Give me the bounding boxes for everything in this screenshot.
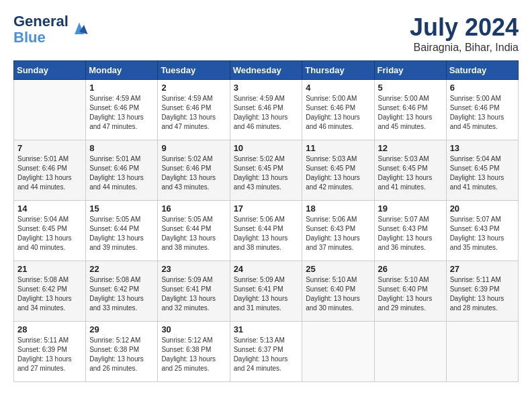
day-info: Sunrise: 5:00 AM Sunset: 6:46 PM Dayligh… bbox=[450, 94, 515, 132]
day-number: 6 bbox=[450, 83, 515, 93]
calendar-day-cell: 23Sunrise: 5:09 AM Sunset: 6:41 PM Dayli… bbox=[158, 261, 230, 322]
location-title: Bairagnia, Bihar, India bbox=[410, 42, 519, 54]
page-header: GeneralBlue July 2024 Bairagnia, Bihar, … bbox=[13, 13, 519, 54]
weekday-header-cell: Saturday bbox=[446, 61, 518, 80]
calendar-day-cell: 1Sunrise: 4:59 AM Sunset: 6:46 PM Daylig… bbox=[86, 80, 158, 140]
calendar-day-cell: 7Sunrise: 5:01 AM Sunset: 6:46 PM Daylig… bbox=[14, 140, 86, 201]
calendar-day-cell: 16Sunrise: 5:05 AM Sunset: 6:44 PM Dayli… bbox=[158, 201, 230, 261]
day-number: 13 bbox=[450, 143, 515, 153]
day-number: 21 bbox=[17, 264, 82, 274]
day-number: 24 bbox=[234, 264, 299, 274]
day-number: 8 bbox=[89, 143, 154, 153]
day-info: Sunrise: 5:07 AM Sunset: 6:43 PM Dayligh… bbox=[378, 215, 443, 253]
day-info: Sunrise: 4:59 AM Sunset: 6:46 PM Dayligh… bbox=[89, 94, 154, 132]
day-info: Sunrise: 5:06 AM Sunset: 6:43 PM Dayligh… bbox=[306, 215, 370, 253]
weekday-header-cell: Friday bbox=[374, 61, 446, 80]
calendar-day-cell: 12Sunrise: 5:03 AM Sunset: 6:45 PM Dayli… bbox=[374, 140, 446, 201]
calendar-day-cell: 11Sunrise: 5:03 AM Sunset: 6:45 PM Dayli… bbox=[302, 140, 374, 201]
calendar-day-cell: 4Sunrise: 5:00 AM Sunset: 6:46 PM Daylig… bbox=[302, 80, 374, 140]
day-number: 28 bbox=[17, 324, 82, 334]
calendar-day-cell bbox=[14, 80, 86, 140]
calendar-week-row: 28Sunrise: 5:11 AM Sunset: 6:39 PM Dayli… bbox=[14, 322, 519, 382]
day-number: 20 bbox=[450, 203, 515, 214]
calendar-day-cell: 19Sunrise: 5:07 AM Sunset: 6:43 PM Dayli… bbox=[374, 201, 446, 261]
calendar-day-cell: 21Sunrise: 5:08 AM Sunset: 6:42 PM Dayli… bbox=[14, 261, 86, 322]
calendar-day-cell: 31Sunrise: 5:13 AM Sunset: 6:37 PM Dayli… bbox=[230, 322, 302, 382]
day-info: Sunrise: 5:08 AM Sunset: 6:42 PM Dayligh… bbox=[17, 275, 82, 313]
day-number: 23 bbox=[161, 264, 226, 274]
day-info: Sunrise: 5:05 AM Sunset: 6:44 PM Dayligh… bbox=[161, 215, 226, 253]
day-number: 2 bbox=[161, 83, 226, 93]
day-info: Sunrise: 5:10 AM Sunset: 6:40 PM Dayligh… bbox=[378, 275, 443, 313]
calendar-day-cell bbox=[446, 322, 518, 382]
calendar-day-cell: 27Sunrise: 5:11 AM Sunset: 6:39 PM Dayli… bbox=[446, 261, 518, 322]
day-info: Sunrise: 5:00 AM Sunset: 6:46 PM Dayligh… bbox=[378, 94, 443, 132]
day-number: 16 bbox=[161, 203, 226, 214]
calendar-day-cell: 15Sunrise: 5:05 AM Sunset: 6:44 PM Dayli… bbox=[86, 201, 158, 261]
day-number: 11 bbox=[306, 143, 370, 153]
calendar-day-cell: 14Sunrise: 5:04 AM Sunset: 6:45 PM Dayli… bbox=[14, 201, 86, 261]
day-number: 31 bbox=[234, 324, 299, 334]
weekday-header-cell: Wednesday bbox=[230, 61, 302, 80]
day-info: Sunrise: 5:07 AM Sunset: 6:43 PM Dayligh… bbox=[450, 215, 515, 253]
day-number: 14 bbox=[17, 203, 82, 214]
logo-text: GeneralBlue bbox=[13, 13, 69, 46]
calendar-day-cell: 26Sunrise: 5:10 AM Sunset: 6:40 PM Dayli… bbox=[374, 261, 446, 322]
weekday-header-cell: Monday bbox=[86, 61, 158, 80]
calendar-week-row: 7Sunrise: 5:01 AM Sunset: 6:46 PM Daylig… bbox=[14, 140, 519, 201]
day-number: 5 bbox=[378, 83, 443, 93]
calendar-day-cell: 9Sunrise: 5:02 AM Sunset: 6:46 PM Daylig… bbox=[158, 140, 230, 201]
logo-icon bbox=[70, 20, 89, 39]
day-info: Sunrise: 5:12 AM Sunset: 6:38 PM Dayligh… bbox=[161, 336, 226, 373]
calendar-body: 1Sunrise: 4:59 AM Sunset: 6:46 PM Daylig… bbox=[14, 80, 519, 382]
calendar-day-cell: 29Sunrise: 5:12 AM Sunset: 6:38 PM Dayli… bbox=[86, 322, 158, 382]
day-info: Sunrise: 5:02 AM Sunset: 6:46 PM Dayligh… bbox=[161, 154, 226, 192]
day-info: Sunrise: 5:04 AM Sunset: 6:45 PM Dayligh… bbox=[450, 154, 515, 192]
weekday-header-row: SundayMondayTuesdayWednesdayThursdayFrid… bbox=[14, 61, 519, 80]
day-info: Sunrise: 5:11 AM Sunset: 6:39 PM Dayligh… bbox=[17, 336, 82, 373]
calendar-day-cell: 18Sunrise: 5:06 AM Sunset: 6:43 PM Dayli… bbox=[302, 201, 374, 261]
day-number: 25 bbox=[306, 264, 370, 274]
day-info: Sunrise: 5:01 AM Sunset: 6:46 PM Dayligh… bbox=[17, 154, 82, 192]
calendar-day-cell: 10Sunrise: 5:02 AM Sunset: 6:45 PM Dayli… bbox=[230, 140, 302, 201]
calendar-week-row: 1Sunrise: 4:59 AM Sunset: 6:46 PM Daylig… bbox=[14, 80, 519, 140]
calendar-week-row: 21Sunrise: 5:08 AM Sunset: 6:42 PM Dayli… bbox=[14, 261, 519, 322]
title-block: July 2024 Bairagnia, Bihar, India bbox=[410, 13, 519, 54]
day-info: Sunrise: 5:03 AM Sunset: 6:45 PM Dayligh… bbox=[306, 154, 370, 192]
calendar-day-cell: 8Sunrise: 5:01 AM Sunset: 6:46 PM Daylig… bbox=[86, 140, 158, 201]
day-info: Sunrise: 5:05 AM Sunset: 6:44 PM Dayligh… bbox=[89, 215, 154, 253]
day-info: Sunrise: 5:03 AM Sunset: 6:45 PM Dayligh… bbox=[378, 154, 443, 192]
calendar-day-cell: 6Sunrise: 5:00 AM Sunset: 6:46 PM Daylig… bbox=[446, 80, 518, 140]
day-number: 27 bbox=[450, 264, 515, 274]
weekday-header-cell: Tuesday bbox=[158, 61, 230, 80]
weekday-header-cell: Thursday bbox=[302, 61, 374, 80]
calendar-day-cell bbox=[302, 322, 374, 382]
day-number: 18 bbox=[306, 203, 370, 214]
calendar-day-cell: 3Sunrise: 4:59 AM Sunset: 6:46 PM Daylig… bbox=[230, 80, 302, 140]
day-info: Sunrise: 5:11 AM Sunset: 6:39 PM Dayligh… bbox=[450, 275, 515, 313]
day-number: 10 bbox=[234, 143, 299, 153]
day-number: 9 bbox=[161, 143, 226, 153]
month-title: July 2024 bbox=[410, 13, 519, 42]
day-number: 12 bbox=[378, 143, 443, 153]
calendar-day-cell: 24Sunrise: 5:09 AM Sunset: 6:41 PM Dayli… bbox=[230, 261, 302, 322]
day-info: Sunrise: 5:04 AM Sunset: 6:45 PM Dayligh… bbox=[17, 215, 82, 253]
day-info: Sunrise: 5:00 AM Sunset: 6:46 PM Dayligh… bbox=[306, 94, 370, 132]
day-number: 30 bbox=[161, 324, 226, 334]
day-number: 29 bbox=[89, 324, 154, 334]
day-info: Sunrise: 5:06 AM Sunset: 6:44 PM Dayligh… bbox=[234, 215, 299, 253]
calendar-table: SundayMondayTuesdayWednesdayThursdayFrid… bbox=[13, 60, 519, 382]
day-info: Sunrise: 5:08 AM Sunset: 6:42 PM Dayligh… bbox=[89, 275, 154, 313]
weekday-header-cell: Sunday bbox=[14, 61, 86, 80]
day-info: Sunrise: 4:59 AM Sunset: 6:46 PM Dayligh… bbox=[161, 94, 226, 132]
day-info: Sunrise: 5:09 AM Sunset: 6:41 PM Dayligh… bbox=[234, 275, 299, 313]
calendar-week-row: 14Sunrise: 5:04 AM Sunset: 6:45 PM Dayli… bbox=[14, 201, 519, 261]
day-number: 22 bbox=[89, 264, 154, 274]
day-number: 3 bbox=[234, 83, 299, 93]
day-number: 4 bbox=[306, 83, 370, 93]
calendar-day-cell: 22Sunrise: 5:08 AM Sunset: 6:42 PM Dayli… bbox=[86, 261, 158, 322]
day-number: 26 bbox=[378, 264, 443, 274]
day-info: Sunrise: 5:01 AM Sunset: 6:46 PM Dayligh… bbox=[89, 154, 154, 192]
calendar-day-cell: 30Sunrise: 5:12 AM Sunset: 6:38 PM Dayli… bbox=[158, 322, 230, 382]
calendar-day-cell: 25Sunrise: 5:10 AM Sunset: 6:40 PM Dayli… bbox=[302, 261, 374, 322]
